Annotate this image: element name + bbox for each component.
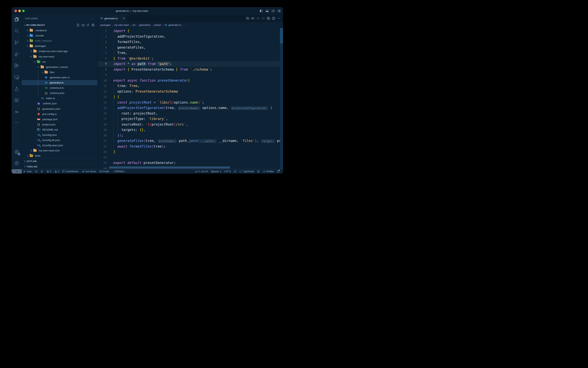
status-git-graph[interactable]: Git Graph <box>98 169 111 174</box>
code-line-25[interactable]: 25export default presetGenerator; <box>97 160 283 166</box>
status-notifications[interactable] <box>275 169 281 174</box>
tree-item-generators-preset[interactable]: generators / preset <box>22 64 97 70</box>
code-line-4[interactable]: 4 generateFiles, <box>97 45 283 50</box>
activity-explorer-icon[interactable] <box>12 15 22 24</box>
status-eol[interactable]: LF <box>232 169 238 174</box>
line-number[interactable]: 7 <box>97 61 107 67</box>
status-sync[interactable] <box>33 169 39 174</box>
activity-run-debug-icon[interactable] <box>12 49 22 59</box>
code-line-16[interactable]: 16 root: projectRoot, <box>97 111 283 116</box>
breadcrumb-item[interactable]: preset <box>154 24 161 27</box>
line-number[interactable]: 6 <box>97 56 107 61</box>
line-number[interactable]: 23 <box>97 149 107 155</box>
breadcrumb-item[interactable]: my-own-react <box>114 24 129 27</box>
sidebar-more-icon[interactable]: ··· <box>91 17 94 20</box>
horizontal-scrollbar-thumb[interactable] <box>109 166 230 169</box>
collapse-all-icon[interactable] <box>91 24 95 27</box>
title-bar[interactable]: generator.ts — my-own-react <box>12 7 283 15</box>
code-line-22[interactable]: 22 await formatFiles(tree); <box>97 144 283 149</box>
tree-item-node-modules[interactable]: node_modules <box>22 38 97 43</box>
line-number[interactable]: 18 <box>97 122 107 127</box>
line-number[interactable]: 20 <box>97 133 107 138</box>
tree-item-generators.json[interactable]: { }generators.json <box>22 106 97 111</box>
change-icon[interactable] <box>256 17 260 20</box>
tree-item-generator.ts[interactable]: TSgenerator.ts <box>22 80 97 85</box>
breadcrumb-file[interactable]: generator.ts <box>168 24 181 27</box>
toggle-panel-icon[interactable] <box>265 9 269 12</box>
line-number[interactable]: 3 <box>97 39 107 45</box>
breadcrumb[interactable]: packages›my-own-react›src›generators›pre… <box>97 22 283 28</box>
breadcrumb-symbol-path[interactable]: … <box>185 24 187 27</box>
toggle-secondary-sidebar-icon[interactable] <box>272 9 275 12</box>
tree-item-tsconfig.lib.json[interactable]: TS⚙tsconfig.lib.json <box>22 138 97 143</box>
status-indentation[interactable]: Spaces: 2 <box>209 169 222 174</box>
code-line-5[interactable]: 5 Tree, <box>97 50 283 56</box>
tree-item-tsconfig.json[interactable]: TS⚙tsconfig.json <box>22 132 97 138</box>
code-line-20[interactable]: 20 }); <box>97 133 283 138</box>
tree-item-jest.config.ts[interactable]: jest.config.ts <box>22 111 97 117</box>
tree-item-schema.json[interactable]: { }schema.json <box>22 91 97 96</box>
tree-item-.vscode[interactable]: .vscode <box>22 33 97 38</box>
activity-nx-console-icon[interactable]: N≥ <box>12 107 22 117</box>
previous-change-icon[interactable] <box>251 17 255 20</box>
breadcrumb-item[interactable]: src <box>132 24 136 27</box>
activity-account-icon[interactable]: 1 <box>12 147 22 156</box>
activity-source-control-icon[interactable] <box>12 38 22 47</box>
tab-generator-ts[interactable]: TS generator.ts ✕ <box>97 15 127 22</box>
line-number[interactable]: 9 <box>97 72 107 78</box>
code-line-9[interactable]: 9 <box>97 72 283 78</box>
code-line-17[interactable]: 17 projectType: 'library', <box>97 116 283 122</box>
tree-item-files[interactable]: files <box>22 70 97 75</box>
more-actions-icon[interactable] <box>277 17 281 20</box>
line-number[interactable]: 12 <box>97 89 107 94</box>
tree-item-package.json[interactable]: npmpackage.json <box>22 117 97 122</box>
code-line-21[interactable]: 21 generateFiles(tree, srcFolder: path.j… <box>97 138 283 144</box>
code-line-11[interactable]: 11 tree: Tree, <box>97 83 283 89</box>
status-codestream[interactable]: CodeStream <box>61 169 80 174</box>
new-folder-icon[interactable] <box>81 24 85 27</box>
line-number[interactable]: 17 <box>97 116 107 122</box>
git-graph-icon[interactable] <box>267 17 270 20</box>
code-line-14[interactable]: 14 const projectRoot = `libs/${options.n… <box>97 100 283 105</box>
line-number[interactable]: 19 <box>97 127 107 133</box>
vertical-scrollbar[interactable] <box>280 28 283 169</box>
tree-item-.eslintrc.json[interactable]: ⬢.eslintrc.json <box>22 101 97 106</box>
code-line-23[interactable]: 23} <box>97 149 283 155</box>
code-line-2[interactable]: 2 addProjectConfiguration, <box>97 34 283 39</box>
tree-item-index.ts[interactable]: TSindex.ts <box>22 96 97 101</box>
project-section-header[interactable]: MY-OWN-REACT <box>22 22 97 28</box>
activity-codestream-icon[interactable] <box>12 96 22 105</box>
line-number[interactable]: 24 <box>97 155 107 160</box>
code-line-1[interactable]: 1import { <box>97 28 283 34</box>
activity-settings-icon[interactable] <box>12 158 22 168</box>
tree-item-generator.spec.ts[interactable]: generator.spec.ts <box>22 75 97 80</box>
line-number[interactable]: 1 <box>97 28 107 34</box>
line-number[interactable]: 26 <box>97 166 107 169</box>
code-line-10[interactable]: 10export async function presetGenerator( <box>97 78 283 83</box>
code-editor[interactable]: 1import {2 addProjectConfiguration,3 for… <box>97 28 283 169</box>
tree-item-my-own-react-e2e[interactable]: my-own-react-e2e <box>22 148 97 153</box>
status-copilot[interactable] <box>255 169 261 174</box>
line-number[interactable]: 16 <box>97 111 107 116</box>
tree-item-packages[interactable]: packages <box>22 43 97 49</box>
activity-testing-icon[interactable] <box>12 84 22 93</box>
line-number[interactable]: 2 <box>97 34 107 39</box>
code-line-6[interactable]: 6} from '@nx/devkit'; <box>97 56 283 61</box>
status-language[interactable]: { }TypeScript <box>238 169 256 174</box>
customize-layout-icon[interactable] <box>277 9 281 12</box>
code-line-3[interactable]: 3 formatFiles, <box>97 39 283 45</box>
line-number[interactable]: 10 <box>97 78 107 83</box>
tree-item-tsconfig.spec.json[interactable]: TS⚙tsconfig.spec.json <box>22 143 97 148</box>
line-number[interactable]: 8 <box>97 67 107 72</box>
status-warnings[interactable]: 0 <box>53 169 61 174</box>
activity-search-icon[interactable] <box>12 26 22 36</box>
status-cursor-position[interactable]: Ln 7, Col 24 <box>194 169 210 174</box>
status-live-share[interactable]: Live Share <box>80 169 98 174</box>
toggle-primary-sidebar-icon[interactable] <box>260 9 263 12</box>
activity-remote-explorer-icon[interactable] <box>12 73 22 82</box>
status-branch[interactable]: main <box>22 169 33 174</box>
line-number[interactable]: 13 <box>97 94 107 100</box>
line-number[interactable]: 5 <box>97 50 107 56</box>
status-prettier[interactable]: Prettier <box>261 169 275 174</box>
line-number[interactable]: 21 <box>97 138 107 144</box>
